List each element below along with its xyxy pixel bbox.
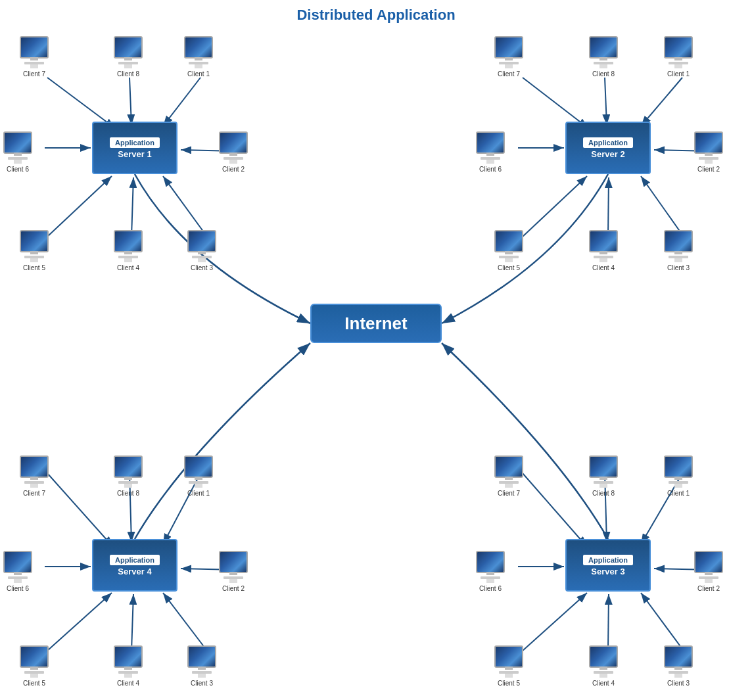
- svg-line-16: [608, 177, 609, 237]
- svg-line-25: [163, 593, 207, 651]
- s2-client2: Client 2: [694, 131, 723, 173]
- server-2-box: Application Server 2: [565, 122, 651, 174]
- s3-client7: Client 7: [494, 455, 523, 497]
- s4-client2: Client 2: [219, 551, 248, 592]
- svg-line-10: [523, 78, 588, 128]
- s1-client7: Client 7: [20, 36, 49, 78]
- svg-line-7: [47, 176, 112, 237]
- s4-client4: Client 4: [114, 645, 143, 687]
- s1-client5: Client 5: [20, 230, 49, 271]
- s1-client3: Client 3: [187, 230, 216, 271]
- s4-client7: Client 7: [20, 455, 49, 497]
- s2-client7: Client 7: [494, 36, 523, 78]
- s1-client6: Client 6: [3, 131, 32, 173]
- s2-client5: Client 5: [494, 230, 523, 271]
- svg-line-33: [641, 593, 684, 651]
- s1-client1: Client 1: [184, 36, 213, 78]
- svg-line-24: [131, 594, 133, 651]
- s2-client1: Client 1: [664, 36, 693, 78]
- server-4-box: Application Server 4: [92, 539, 177, 592]
- s3-client4: Client 4: [589, 645, 618, 687]
- s1-client4: Client 4: [114, 230, 143, 271]
- svg-line-8: [131, 177, 133, 237]
- internet-box: Internet: [310, 304, 442, 343]
- svg-line-2: [47, 78, 115, 128]
- s1-client2: Client 2: [219, 131, 248, 173]
- svg-line-11: [605, 78, 607, 125]
- s2-client6: Client 6: [476, 131, 505, 173]
- s3-client1: Client 1: [664, 455, 693, 497]
- s3-client2: Client 2: [694, 551, 723, 592]
- s2-client8: Client 8: [589, 36, 618, 78]
- server-3-box: Application Server 3: [565, 539, 651, 592]
- svg-line-3: [129, 78, 131, 125]
- svg-line-23: [47, 593, 112, 651]
- s4-client5: Client 5: [20, 645, 49, 687]
- svg-line-32: [608, 594, 609, 651]
- svg-line-26: [523, 473, 587, 547]
- s4-client3: Client 3: [187, 645, 216, 687]
- s3-client5: Client 5: [494, 645, 523, 687]
- s4-client1: Client 1: [184, 455, 213, 497]
- s3-client8: Client 8: [589, 455, 618, 497]
- s1-client8: Client 8: [114, 36, 143, 78]
- svg-line-9: [163, 176, 207, 237]
- svg-line-17: [641, 176, 684, 237]
- s2-client4: Client 4: [589, 230, 618, 271]
- server-1-box: Application Server 1: [92, 122, 177, 174]
- svg-line-15: [523, 176, 587, 237]
- s3-client3: Client 3: [664, 645, 693, 687]
- s4-client8: Client 8: [114, 455, 143, 497]
- s2-client3: Client 3: [664, 230, 693, 271]
- s4-client6: Client 6: [3, 551, 32, 592]
- s3-client6: Client 6: [476, 551, 505, 592]
- svg-line-31: [523, 593, 587, 651]
- svg-line-18: [47, 473, 113, 547]
- page-title: Distributed Application: [296, 7, 455, 24]
- svg-line-4: [163, 78, 200, 126]
- svg-line-12: [641, 78, 682, 126]
